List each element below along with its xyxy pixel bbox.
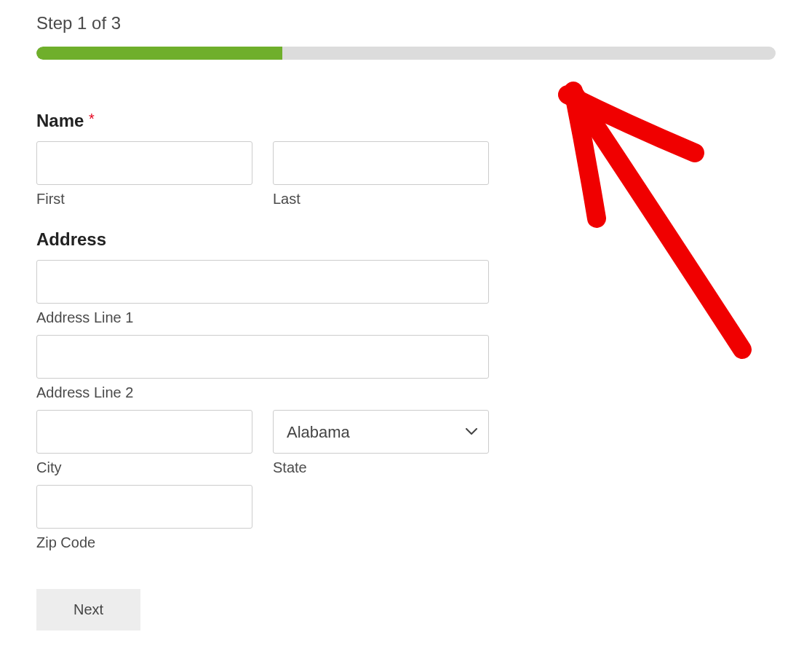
zip-input[interactable] xyxy=(36,485,252,529)
address-label: Address xyxy=(36,229,776,250)
state-sublabel: State xyxy=(273,459,489,476)
city-input[interactable] xyxy=(36,410,252,454)
address-line2-sublabel: Address Line 2 xyxy=(36,384,489,401)
address-line2-input[interactable] xyxy=(36,335,489,379)
required-asterisk: * xyxy=(89,111,95,127)
address-line1-sublabel: Address Line 1 xyxy=(36,309,489,326)
name-label-text: Name xyxy=(36,111,84,130)
address-line1-input[interactable] xyxy=(36,260,489,304)
last-name-sublabel: Last xyxy=(273,191,489,208)
first-name-sublabel: First xyxy=(36,191,252,208)
form-container: Step 1 of 3 Name * First Last Address Ad… xyxy=(0,0,812,652)
next-button[interactable]: Next xyxy=(36,589,140,631)
name-field-group: Name * First Last xyxy=(36,111,776,208)
state-select[interactable]: Alabama xyxy=(273,410,489,454)
progress-fill xyxy=(36,47,282,60)
address-field-group: Address Address Line 1 Address Line 2 Ci… xyxy=(36,229,776,551)
first-name-input[interactable] xyxy=(36,141,252,185)
last-name-input[interactable] xyxy=(273,141,489,185)
city-sublabel: City xyxy=(36,459,252,476)
zip-sublabel: Zip Code xyxy=(36,534,252,551)
progress-bar xyxy=(36,47,776,60)
name-label: Name * xyxy=(36,111,776,131)
step-indicator: Step 1 of 3 xyxy=(36,13,776,33)
